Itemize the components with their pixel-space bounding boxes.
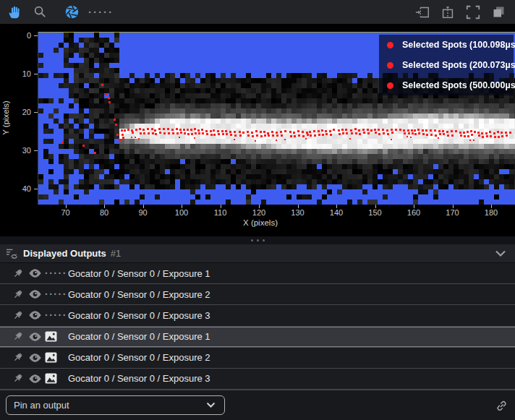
visibility-eye-icon[interactable]	[26, 266, 43, 280]
visibility-eye-icon[interactable]	[26, 372, 43, 386]
y-tick-label: 20	[9, 108, 31, 116]
plot-legend: Selected Spots (100.098µs) Selected Spot…	[379, 35, 514, 95]
y-tick-label: 30	[9, 146, 31, 155]
output-row-label: Gocator 0 / Sensor 0 / Exposure 3	[68, 373, 210, 384]
output-row-label: Gocator 0 / Sensor 0 / Exposure 2	[68, 289, 210, 300]
output-row-label: Gocator 0 / Sensor 0 / Exposure 1	[68, 331, 210, 342]
toolbar-right-group	[413, 3, 515, 22]
pin-icon[interactable]	[9, 266, 26, 280]
image-type-icon	[45, 331, 57, 342]
legend-marker-dot	[387, 42, 393, 48]
visibility-eye-icon[interactable]	[26, 351, 43, 365]
shutter-exposure-icon[interactable]	[62, 3, 81, 22]
legend-item-label: Selected Spots (500.000µs)	[402, 80, 515, 90]
zoom-search-icon[interactable]	[30, 3, 49, 22]
x-tick-label: 140	[330, 208, 343, 217]
panel-splitter-handle[interactable]	[0, 236, 515, 244]
y-tick-label: 0	[9, 31, 31, 40]
output-row[interactable]: Gocator 0 / Sensor 0 / Exposure 2	[0, 348, 515, 369]
y-axis-label: Y (pixels)	[1, 85, 10, 150]
y-tick-label: 40	[9, 184, 31, 193]
legend-item-label: Selected Spots (200.073µs)	[402, 60, 515, 70]
displayed-outputs-header: Displayed Outputs #1	[0, 244, 515, 263]
panel-footer: Pin an output	[0, 390, 515, 420]
pin-icon[interactable]	[9, 330, 26, 344]
panel-number: #1	[111, 248, 121, 259]
collapse-chevron-icon[interactable]	[492, 246, 509, 262]
dropdown-chevron-icon	[206, 402, 216, 408]
y-tick-label: 10	[9, 69, 31, 78]
output-row[interactable]: ····· Gocator 0 / Sensor 0 / Exposure 2	[0, 284, 515, 305]
spots-type-icon: ·····	[45, 312, 67, 318]
x-tick-label: 90	[138, 208, 147, 217]
spots-type-icon: ·····	[45, 270, 67, 276]
visibility-eye-icon[interactable]	[26, 330, 43, 344]
y-tick-mark	[34, 35, 38, 36]
legend-item[interactable]: Selected Spots (200.073µs)	[379, 55, 514, 75]
legend-item[interactable]: Selected Spots (500.000µs)	[379, 75, 514, 95]
x-tick-label: 130	[291, 208, 304, 217]
pin-icon[interactable]	[9, 287, 26, 301]
fit-height-icon[interactable]	[438, 3, 457, 22]
output-row[interactable]: ····· Gocator 0 / Sensor 0 / Exposure 3	[0, 305, 515, 326]
x-tick-label: 180	[485, 208, 498, 217]
link-icon[interactable]	[493, 398, 509, 413]
output-row[interactable]: Gocator 0 / Sensor 0 / Exposure 3	[0, 369, 515, 390]
pin-output-dropdown-value: Pin an output	[14, 400, 206, 411]
legend-item-label: Selected Spots (100.098µs)	[402, 40, 515, 50]
legend-marker-dot	[387, 62, 393, 69]
output-row-label: Gocator 0 / Sensor 0 / Exposure 3	[68, 310, 210, 321]
pan-hand-icon[interactable]	[6, 3, 25, 22]
legend-marker-dot	[387, 82, 393, 89]
y-tick-mark	[34, 74, 38, 74]
x-tick-label: 170	[446, 208, 459, 217]
y-tick-mark	[34, 150, 38, 151]
output-row-label: Gocator 0 / Sensor 0 / Exposure 1	[68, 268, 210, 279]
visibility-eye-icon[interactable]	[26, 308, 43, 322]
visibility-eye-icon[interactable]	[26, 287, 43, 301]
fit-width-icon[interactable]	[413, 3, 432, 22]
x-tick-label: 150	[368, 208, 381, 217]
output-row[interactable]: ····· Gocator 0 / Sensor 0 / Exposure 1	[0, 263, 515, 284]
pin-icon[interactable]	[9, 351, 26, 365]
image-type-icon	[45, 373, 57, 384]
toolbar-left-group: ·····	[0, 3, 114, 22]
x-tick-label: 70	[61, 208, 69, 217]
plot-toolbar: ·····	[0, 0, 515, 24]
displayed-outputs-panel: Displayed Outputs #1 ····· Gocator 0 / S…	[0, 244, 515, 420]
image-type-icon	[45, 352, 57, 363]
x-tick-label: 120	[252, 208, 265, 217]
x-tick-label: 160	[407, 208, 420, 217]
layers-icon[interactable]	[489, 3, 508, 22]
displayed-outputs-icon	[6, 248, 18, 259]
x-tick-label: 100	[175, 208, 188, 217]
x-tick-label: 110	[214, 208, 227, 217]
output-rows-list: ····· Gocator 0 / Sensor 0 / Exposure 1 …	[0, 263, 515, 390]
fit-view-icon[interactable]	[464, 3, 482, 22]
y-tick-mark	[34, 112, 38, 113]
x-tick-label: 80	[100, 208, 108, 217]
spots-type-icon: ·····	[45, 291, 67, 297]
image-plot-viewport[interactable]: Y (pixels) X (pixels) 708090100110120130…	[0, 24, 515, 236]
pin-output-dropdown[interactable]: Pin an output	[6, 395, 225, 415]
x-axis-label: X (pixels)	[195, 218, 325, 227]
pin-icon[interactable]	[9, 372, 26, 386]
legend-item[interactable]: Selected Spots (100.098µs)	[379, 35, 514, 55]
dotted-line-style-icon[interactable]: ·····	[87, 9, 114, 16]
y-tick-mark	[34, 189, 38, 189]
panel-title: Displayed Outputs	[23, 248, 106, 259]
pin-icon[interactable]	[9, 308, 26, 322]
output-row-label: Gocator 0 / Sensor 0 / Exposure 2	[68, 352, 210, 363]
output-row[interactable]: Gocator 0 / Sensor 0 / Exposure 1	[0, 327, 515, 348]
